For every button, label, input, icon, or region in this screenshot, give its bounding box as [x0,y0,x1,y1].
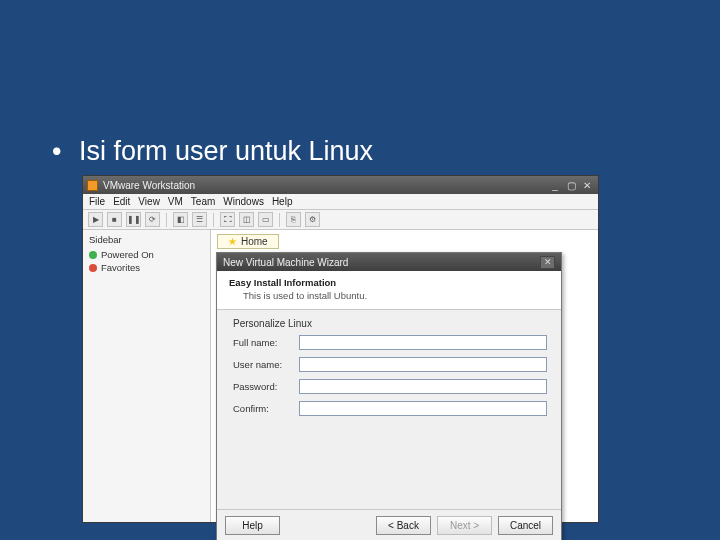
toolbar-reset-icon[interactable]: ⟳ [145,212,160,227]
status-dot-green-icon [89,251,97,259]
vmware-window: VMware Workstation _ ▢ ✕ File Edit View … [82,175,599,523]
toolbar-unity-icon[interactable]: ◫ [239,212,254,227]
menu-team[interactable]: Team [191,196,215,207]
confirm-input[interactable] [299,401,547,416]
main-area: ★ Home New Virtual Machine Wizard ✕ Easy… [211,230,598,522]
password-input[interactable] [299,379,547,394]
menu-vm[interactable]: VM [168,196,183,207]
sidebar-item-label: Powered On [101,249,154,260]
window-title: VMware Workstation [103,180,548,191]
menubar: File Edit View VM Team Windows Help [83,194,598,210]
confirm-label: Confirm: [233,403,299,414]
full-name-input[interactable] [299,335,547,350]
wizard-header-title: Easy Install Information [229,277,551,288]
wizard-header: Easy Install Information This is used to… [217,271,561,310]
menu-windows[interactable]: Windows [223,196,264,207]
toolbar-manage-icon[interactable]: ☰ [192,212,207,227]
cancel-button[interactable]: Cancel [498,516,553,535]
window-titlebar: VMware Workstation _ ▢ ✕ [83,176,598,194]
status-dot-red-icon [89,264,97,272]
help-button[interactable]: Help [225,516,280,535]
toolbar-separator [166,213,167,227]
toolbar-console-icon[interactable]: ▭ [258,212,273,227]
toolbar-connect-icon[interactable]: ⎘ [286,212,301,227]
next-button[interactable]: Next > [437,516,492,535]
sidebar-item-label: Favorites [101,262,140,273]
tab-home[interactable]: ★ Home [217,234,279,249]
wizard-header-subtitle: This is used to install Ubuntu. [229,290,551,301]
toolbar-power-on-icon[interactable]: ▶ [88,212,103,227]
sidebar-item-powered-on[interactable]: Powered On [89,249,204,260]
password-label: Password: [233,381,299,392]
star-icon: ★ [228,236,237,247]
wizard-body: Personalize Linux Full name: User name: … [217,310,561,427]
wizard-footer: Help < Back Next > Cancel [217,509,561,540]
user-name-label: User name: [233,359,299,370]
wizard-close-button[interactable]: ✕ [540,256,555,269]
bullet-dot-icon: • [52,136,61,166]
menu-edit[interactable]: Edit [113,196,130,207]
toolbar: ▶ ■ ❚❚ ⟳ ◧ ☰ ⛶ ◫ ▭ ⎘ ⚙ [83,210,598,230]
slide-bullet: • Isi form user untuk Linux [52,136,373,167]
full-name-label: Full name: [233,337,299,348]
toolbar-power-off-icon[interactable]: ■ [107,212,122,227]
tab-label: Home [241,236,268,247]
user-name-input[interactable] [299,357,547,372]
toolbar-fullscreen-icon[interactable]: ⛶ [220,212,235,227]
toolbar-separator [279,213,280,227]
window-minimize-button[interactable]: _ [548,179,562,191]
wizard-titlebar: New Virtual Machine Wizard ✕ [217,253,561,271]
wizard-title: New Virtual Machine Wizard [223,257,540,268]
back-button[interactable]: < Back [376,516,431,535]
window-maximize-button[interactable]: ▢ [564,179,578,191]
toolbar-snapshot-icon[interactable]: ◧ [173,212,188,227]
toolbar-settings-icon[interactable]: ⚙ [305,212,320,227]
window-close-button[interactable]: ✕ [580,179,594,191]
menu-file[interactable]: File [89,196,105,207]
slide-bullet-text: Isi form user untuk Linux [79,136,373,166]
sidebar: Sidebar Powered On Favorites [83,230,211,522]
toolbar-suspend-icon[interactable]: ❚❚ [126,212,141,227]
app-icon [87,180,98,191]
sidebar-item-favorites[interactable]: Favorites [89,262,204,273]
new-vm-wizard-dialog: New Virtual Machine Wizard ✕ Easy Instal… [216,252,562,540]
toolbar-separator [213,213,214,227]
wizard-section-label: Personalize Linux [233,318,547,329]
menu-view[interactable]: View [138,196,160,207]
sidebar-header: Sidebar [89,234,204,245]
menu-help[interactable]: Help [272,196,293,207]
